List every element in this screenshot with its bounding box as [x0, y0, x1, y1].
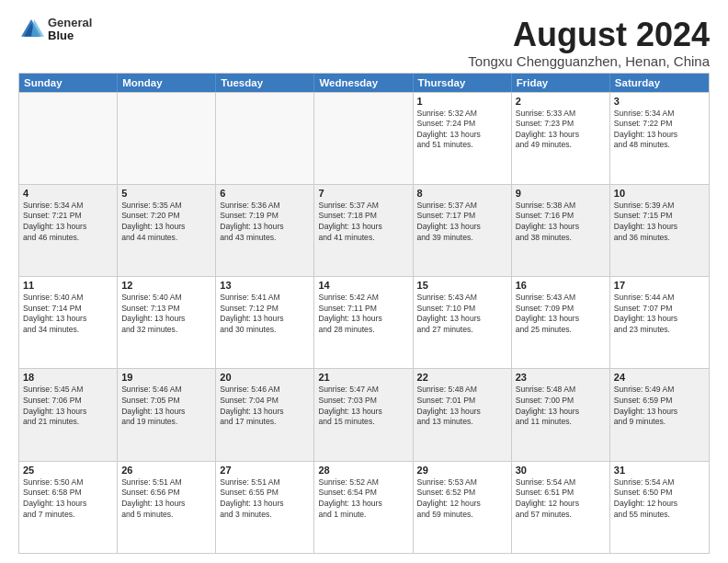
day-number: 18 — [23, 372, 113, 383]
header-day-friday: Friday — [512, 74, 610, 92]
day-number: 11 — [23, 280, 113, 291]
cell-info: Sunset: 7:18 PM — [318, 211, 408, 222]
svg-marker-2 — [31, 19, 44, 37]
calendar-row-1: 1Sunrise: 5:32 AMSunset: 7:24 PMDaylight… — [19, 92, 709, 184]
cell-info: Sunset: 6:58 PM — [23, 488, 113, 499]
cell-info: and 38 minutes. — [516, 233, 606, 244]
cell-info: Sunset: 7:14 PM — [23, 304, 113, 315]
day-number: 16 — [516, 280, 606, 291]
cell-info: Daylight: 13 hours — [614, 314, 705, 325]
cell-info: Daylight: 13 hours — [318, 222, 408, 233]
calendar-row-4: 18Sunrise: 5:45 AMSunset: 7:06 PMDayligh… — [19, 368, 709, 460]
cell-info: Sunset: 6:54 PM — [318, 488, 408, 499]
cell-info: and 30 minutes. — [220, 325, 310, 336]
cal-cell-9: 9Sunrise: 5:38 AMSunset: 7:16 PMDaylight… — [512, 185, 610, 276]
cal-cell-22: 22Sunrise: 5:48 AMSunset: 7:01 PMDayligh… — [414, 369, 512, 460]
cal-cell-21: 21Sunrise: 5:47 AMSunset: 7:03 PMDayligh… — [314, 369, 413, 460]
cal-cell-16: 16Sunrise: 5:43 AMSunset: 7:09 PMDayligh… — [512, 277, 610, 368]
day-number: 13 — [220, 280, 310, 291]
cell-info: Sunrise: 5:37 AM — [318, 201, 408, 212]
cell-info: and 3 minutes. — [220, 510, 310, 521]
day-number: 24 — [614, 372, 705, 383]
cell-info: Daylight: 13 hours — [614, 222, 705, 233]
cell-info: Sunset: 7:23 PM — [516, 119, 606, 130]
cell-info: and 5 minutes. — [121, 510, 211, 521]
cell-info: Sunrise: 5:32 AM — [417, 109, 507, 120]
day-number: 27 — [220, 465, 310, 476]
cell-info: and 39 minutes. — [417, 233, 507, 244]
cell-info: Sunrise: 5:53 AM — [417, 477, 507, 488]
cell-info: Sunset: 7:09 PM — [516, 304, 606, 315]
day-number: 23 — [516, 372, 606, 383]
cell-info: Sunset: 7:21 PM — [23, 211, 113, 222]
logo-line1: General — [48, 17, 92, 29]
logo-icon — [18, 17, 44, 42]
cell-info: Sunset: 7:19 PM — [220, 211, 310, 222]
cal-cell-empty-0 — [19, 93, 118, 184]
header-day-wednesday: Wednesday — [314, 74, 413, 92]
cell-info: and 13 minutes. — [417, 417, 507, 428]
cell-info: and 25 minutes. — [516, 325, 606, 336]
cell-info: and 21 minutes. — [23, 417, 113, 428]
cell-info: Sunrise: 5:33 AM — [516, 109, 606, 120]
cell-info: Sunrise: 5:37 AM — [417, 201, 507, 212]
cell-info: Sunset: 7:24 PM — [417, 119, 507, 130]
cell-info: Sunrise: 5:48 AM — [516, 385, 606, 396]
cell-info: Sunrise: 5:51 AM — [121, 477, 211, 488]
cell-info: Sunset: 6:51 PM — [516, 488, 606, 499]
calendar-header: SundayMondayTuesdayWednesdayThursdayFrid… — [19, 74, 709, 92]
cell-info: Sunset: 6:56 PM — [121, 488, 211, 499]
cal-cell-19: 19Sunrise: 5:46 AMSunset: 7:05 PMDayligh… — [118, 369, 216, 460]
cell-info: and 28 minutes. — [318, 325, 408, 336]
cell-info: Sunrise: 5:36 AM — [220, 201, 310, 212]
cell-info: Daylight: 13 hours — [121, 222, 211, 233]
cell-info: Sunset: 6:55 PM — [220, 488, 310, 499]
day-number: 1 — [417, 96, 507, 107]
cal-cell-empty-3 — [314, 93, 413, 184]
cell-info: and 17 minutes. — [220, 417, 310, 428]
cal-cell-empty-2 — [216, 93, 314, 184]
cell-info: Daylight: 13 hours — [318, 499, 408, 510]
cell-info: and 19 minutes. — [121, 417, 211, 428]
cell-info: Daylight: 13 hours — [220, 314, 310, 325]
day-number: 20 — [220, 372, 310, 383]
cell-info: and 59 minutes. — [417, 510, 507, 521]
header-day-tuesday: Tuesday — [216, 74, 314, 92]
day-number: 12 — [121, 280, 211, 291]
cell-info: Sunrise: 5:46 AM — [121, 385, 211, 396]
calendar-body: 1Sunrise: 5:32 AMSunset: 7:24 PMDaylight… — [19, 92, 709, 553]
day-number: 17 — [614, 280, 705, 291]
cell-info: and 51 minutes. — [417, 140, 507, 151]
cell-info: Sunset: 7:16 PM — [516, 211, 606, 222]
cell-info: Sunset: 7:03 PM — [318, 396, 408, 407]
cell-info: Daylight: 13 hours — [417, 407, 507, 418]
day-number: 5 — [121, 188, 211, 199]
cell-info: Sunrise: 5:50 AM — [23, 477, 113, 488]
cell-info: and 15 minutes. — [318, 417, 408, 428]
cell-info: Daylight: 13 hours — [516, 314, 606, 325]
page: General Blue August 2024 Tongxu Chenggua… — [0, 0, 728, 563]
cell-info: and 7 minutes. — [23, 510, 113, 521]
cell-info: Daylight: 13 hours — [23, 407, 113, 418]
logo-line2: Blue — [48, 29, 92, 42]
cell-info: and 44 minutes. — [121, 233, 211, 244]
cell-info: Sunset: 7:15 PM — [614, 211, 705, 222]
day-number: 19 — [121, 372, 211, 383]
day-number: 29 — [417, 465, 507, 476]
cal-cell-26: 26Sunrise: 5:51 AMSunset: 6:56 PMDayligh… — [118, 462, 216, 553]
cell-info: and 11 minutes. — [516, 417, 606, 428]
cell-info: Sunset: 7:06 PM — [23, 396, 113, 407]
cell-info: and 43 minutes. — [220, 233, 310, 244]
location: Tongxu Chengguanzhen, Henan, China — [468, 53, 710, 69]
cell-info: Daylight: 13 hours — [614, 130, 705, 141]
cal-cell-6: 6Sunrise: 5:36 AMSunset: 7:19 PMDaylight… — [216, 185, 314, 276]
cal-cell-30: 30Sunrise: 5:54 AMSunset: 6:51 PMDayligh… — [512, 462, 610, 553]
cell-info: and 9 minutes. — [614, 417, 705, 428]
day-number: 8 — [417, 188, 507, 199]
cal-cell-empty-1 — [118, 93, 216, 184]
cell-info: Sunset: 7:01 PM — [417, 396, 507, 407]
day-number: 30 — [516, 465, 606, 476]
cell-info: and 55 minutes. — [614, 510, 705, 521]
cell-info: Daylight: 13 hours — [220, 499, 310, 510]
cell-info: Sunset: 7:20 PM — [121, 211, 211, 222]
